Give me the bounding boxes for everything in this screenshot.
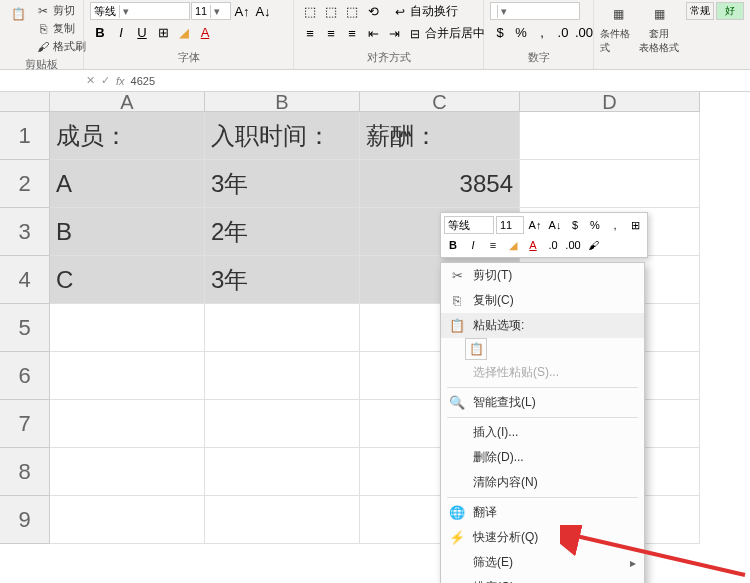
row-header-3[interactable]: 3 [0, 208, 50, 256]
cell-B9[interactable] [205, 496, 360, 544]
fx-icon[interactable]: fx [116, 75, 125, 87]
decrease-font-button[interactable]: A↓ [253, 2, 273, 20]
row-header-9[interactable]: 9 [0, 496, 50, 544]
mini-decimal-inc[interactable]: .00 [564, 236, 582, 254]
cell-A7[interactable] [50, 400, 205, 448]
cell-A4[interactable]: C [50, 256, 205, 304]
mini-comma[interactable]: , [606, 216, 624, 234]
copy-button[interactable]: ⎘复制 [33, 20, 89, 37]
col-header-A[interactable]: A [50, 92, 205, 112]
cell-B5[interactable] [205, 304, 360, 352]
mini-size-dropdown[interactable]: 11 [496, 216, 524, 234]
merge-center-button[interactable]: ⊟合并后居中 [405, 24, 488, 43]
cancel-icon[interactable]: ✕ [86, 74, 95, 87]
currency-button[interactable]: $ [490, 23, 510, 41]
menu-translate[interactable]: 🌐翻译 [441, 500, 644, 525]
mini-format-painter[interactable]: 🖌 [584, 236, 602, 254]
mini-border[interactable]: ⊞ [626, 216, 644, 234]
paste-option-values[interactable]: 📋 [465, 338, 487, 360]
cell-D2[interactable] [520, 160, 700, 208]
cell-B8[interactable] [205, 448, 360, 496]
mini-increase-font[interactable]: A↑ [526, 216, 544, 234]
align-top-button[interactable]: ⬚ [300, 2, 320, 20]
row-header-6[interactable]: 6 [0, 352, 50, 400]
menu-copy[interactable]: ⎘复制(C) [441, 288, 644, 313]
decrease-indent-button[interactable]: ⇤ [363, 24, 383, 42]
row-header-5[interactable]: 5 [0, 304, 50, 352]
wrap-text-button[interactable]: ↩自动换行 [390, 2, 461, 21]
menu-cut[interactable]: ✂剪切(T) [441, 263, 644, 288]
number-format-dropdown[interactable]: ▾ [490, 2, 580, 20]
menu-delete[interactable]: 删除(D)... [441, 445, 644, 470]
mini-align[interactable]: ≡ [484, 236, 502, 254]
mini-fill-color[interactable]: ◢ [504, 236, 522, 254]
font-color-button[interactable]: A [195, 23, 215, 41]
cell-A2[interactable]: A [50, 160, 205, 208]
cell-B7[interactable] [205, 400, 360, 448]
increase-font-button[interactable]: A↑ [232, 2, 252, 20]
formula-value[interactable]: 4625 [131, 75, 155, 87]
col-header-D[interactable]: D [520, 92, 700, 112]
select-all-corner[interactable] [0, 92, 50, 112]
menu-filter[interactable]: 筛选(E)▸ [441, 550, 644, 575]
cell-B1[interactable]: 入职时间： [205, 112, 360, 160]
paste-icon[interactable]: 📋 [6, 2, 30, 26]
menu-sort[interactable]: 排序(O)▸ [441, 575, 644, 583]
orientation-button[interactable]: ⟲ [363, 2, 383, 20]
row-header-1[interactable]: 1 [0, 112, 50, 160]
mini-font-dropdown[interactable]: 等线 [444, 216, 494, 234]
col-header-B[interactable]: B [205, 92, 360, 112]
menu-clear[interactable]: 清除内容(N) [441, 470, 644, 495]
row-header-7[interactable]: 7 [0, 400, 50, 448]
style-good[interactable]: 好 [716, 2, 744, 20]
cell-B6[interactable] [205, 352, 360, 400]
bold-button[interactable]: B [90, 23, 110, 41]
increase-indent-button[interactable]: ⇥ [384, 24, 404, 42]
cell-A6[interactable] [50, 352, 205, 400]
mini-currency[interactable]: $ [566, 216, 584, 234]
confirm-icon[interactable]: ✓ [101, 74, 110, 87]
font-size-dropdown[interactable]: 11▾ [191, 2, 231, 20]
border-button[interactable]: ⊞ [153, 23, 173, 41]
cell-D1[interactable] [520, 112, 700, 160]
mini-decimal-dec[interactable]: .0 [544, 236, 562, 254]
menu-smart-lookup[interactable]: 🔍智能查找(L) [441, 390, 644, 415]
mini-italic[interactable]: I [464, 236, 482, 254]
cell-A1[interactable]: 成员： [50, 112, 205, 160]
align-right-button[interactable]: ≡ [342, 24, 362, 42]
align-bottom-button[interactable]: ⬚ [342, 2, 362, 20]
decrease-decimal-button[interactable]: .00 [574, 23, 594, 41]
increase-decimal-button[interactable]: .0 [553, 23, 573, 41]
cell-A3[interactable]: B [50, 208, 205, 256]
comma-button[interactable]: , [532, 23, 552, 41]
align-middle-button[interactable]: ⬚ [321, 2, 341, 20]
row-header-8[interactable]: 8 [0, 448, 50, 496]
align-left-button[interactable]: ≡ [300, 24, 320, 42]
percent-button[interactable]: % [511, 23, 531, 41]
cell-C2[interactable]: 3854 [360, 160, 520, 208]
mini-decrease-font[interactable]: A↓ [546, 216, 564, 234]
row-header-4[interactable]: 4 [0, 256, 50, 304]
format-painter-button[interactable]: 🖌格式刷 [33, 38, 89, 55]
mini-bold[interactable]: B [444, 236, 462, 254]
style-normal[interactable]: 常规 [686, 2, 714, 20]
mini-percent[interactable]: % [586, 216, 604, 234]
cell-A9[interactable] [50, 496, 205, 544]
menu-insert[interactable]: 插入(I)... [441, 420, 644, 445]
cell-B3[interactable]: 2年 [205, 208, 360, 256]
mini-font-color[interactable]: A [524, 236, 542, 254]
cell-A5[interactable] [50, 304, 205, 352]
conditional-format-icon[interactable]: ▦ [606, 2, 630, 26]
cell-B2[interactable]: 3年 [205, 160, 360, 208]
table-format-icon[interactable]: ▦ [647, 2, 671, 26]
menu-quick-analysis[interactable]: ⚡快速分析(Q) [441, 525, 644, 550]
align-center-button[interactable]: ≡ [321, 24, 341, 42]
font-name-dropdown[interactable]: 等线▾ [90, 2, 190, 20]
cell-C1[interactable]: 薪酬： [360, 112, 520, 160]
fill-color-button[interactable]: ◢ [174, 23, 194, 41]
underline-button[interactable]: U [132, 23, 152, 41]
italic-button[interactable]: I [111, 23, 131, 41]
cell-A8[interactable] [50, 448, 205, 496]
cell-B4[interactable]: 3年 [205, 256, 360, 304]
row-header-2[interactable]: 2 [0, 160, 50, 208]
